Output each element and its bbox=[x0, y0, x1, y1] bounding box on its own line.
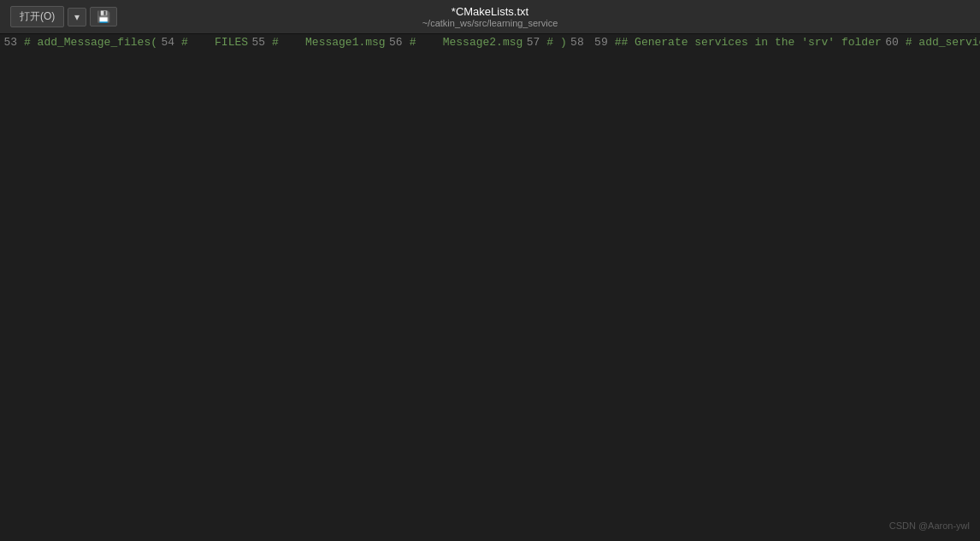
line-number-56: 56 bbox=[386, 34, 410, 50]
titlebar-left: 打开(O) ▾ 💾 bbox=[10, 6, 117, 27]
code-line-58: 58 bbox=[567, 34, 591, 50]
watermark: CSDN @Aaron-ywl bbox=[889, 520, 970, 531]
code-line-55: 55 # Message1.msg bbox=[248, 34, 386, 50]
dropdown-button[interactable]: ▾ bbox=[68, 8, 86, 26]
code-line-54: 54 # FILES bbox=[157, 34, 248, 50]
line-number-55: 55 bbox=[248, 34, 272, 50]
save-icon: 💾 bbox=[97, 10, 110, 23]
filename: *CMakeLists.txt bbox=[422, 5, 558, 18]
filepath: ~/catkin_ws/src/learning_service bbox=[422, 18, 558, 28]
code-line-60: 60 # add_service_files( bbox=[882, 34, 980, 50]
line-number-53: 53 bbox=[0, 34, 24, 50]
code-line-57: 57 # ) bbox=[522, 34, 566, 50]
line-number-60: 60 bbox=[882, 34, 906, 50]
code-text-53: # add_Message_files( bbox=[24, 34, 157, 50]
open-button[interactable]: 打开(O) bbox=[10, 6, 64, 27]
line-number-58: 58 bbox=[567, 34, 591, 50]
code-text-59: ## Generate services in the 'srv' folder bbox=[615, 34, 882, 50]
titlebar-center: *CMakeLists.txt ~/catkin_ws/src/learning… bbox=[422, 5, 558, 28]
line-number-54: 54 bbox=[157, 34, 181, 50]
line-number-59: 59 bbox=[591, 34, 615, 50]
code-text-55: # Message1.msg bbox=[272, 34, 386, 50]
code-text-60: # add_service_files( bbox=[906, 34, 980, 50]
save-button[interactable]: 💾 bbox=[90, 7, 117, 26]
code-text-54: # FILES bbox=[181, 34, 248, 50]
code-line-56: 56 # Message2.msg bbox=[386, 34, 523, 50]
titlebar: 打开(O) ▾ 💾 *CMakeLists.txt ~/catkin_ws/sr… bbox=[0, 0, 980, 34]
code-line-53: 53 # add_Message_files( bbox=[0, 34, 157, 50]
code-text-56: # Message2.msg bbox=[410, 34, 523, 50]
code-container: 53 # add_Message_files( 54 # FILES 55 # … bbox=[0, 34, 980, 541]
code-line-59: 59 ## Generate services in the 'srv' fol… bbox=[591, 34, 882, 50]
code-text-57: # ) bbox=[546, 34, 566, 50]
line-number-57: 57 bbox=[522, 34, 546, 50]
